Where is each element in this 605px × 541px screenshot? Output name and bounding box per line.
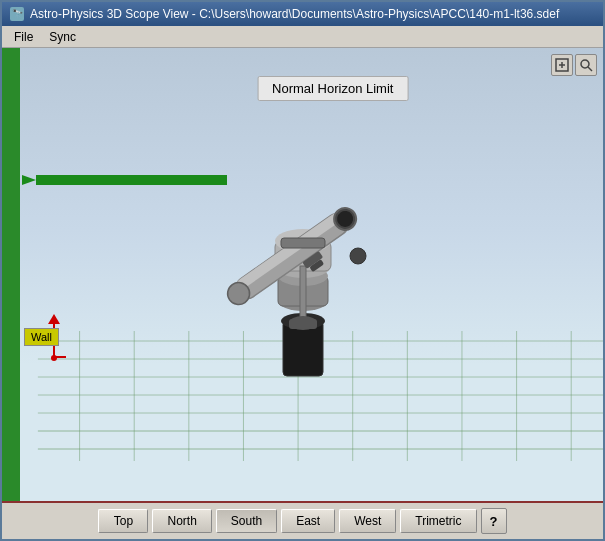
- main-window: 🔭 Astro-Physics 3D Scope View - C:\Users…: [0, 0, 605, 541]
- svg-line-47: [588, 67, 592, 71]
- zoom-icon[interactable]: [575, 54, 597, 76]
- horizon-label: Normal Horizon Limit: [257, 76, 408, 101]
- telescope-model: [203, 101, 403, 381]
- view-west-button[interactable]: West: [339, 509, 396, 533]
- svg-rect-12: [289, 319, 317, 329]
- svg-rect-10: [300, 266, 306, 321]
- svg-rect-20: [281, 238, 325, 248]
- svg-point-46: [581, 60, 589, 68]
- help-button[interactable]: ?: [481, 508, 507, 534]
- menu-file[interactable]: File: [6, 26, 41, 47]
- view-east-button[interactable]: East: [281, 509, 335, 533]
- zoom-fit-button[interactable]: [551, 54, 573, 76]
- main-area: Normal Horizon Limit: [2, 48, 603, 501]
- wall-label: Wall: [24, 328, 59, 346]
- window-title: Astro-Physics 3D Scope View - C:\Users\h…: [30, 7, 559, 21]
- menu-bar: File Sync: [2, 26, 603, 48]
- app-icon: 🔭: [10, 7, 24, 21]
- view-south-button[interactable]: South: [216, 509, 277, 533]
- title-bar: 🔭 Astro-Physics 3D Scope View - C:\Users…: [2, 2, 603, 26]
- bottom-toolbar: Top North South East West Trimetric ?: [2, 501, 603, 539]
- svg-marker-40: [48, 314, 60, 324]
- view-top-button[interactable]: Top: [98, 509, 148, 533]
- green-arrow: [22, 163, 222, 193]
- top-right-icons: [551, 54, 597, 76]
- view-trimetric-button[interactable]: Trimetric: [400, 509, 476, 533]
- viewport-3d: Normal Horizon Limit: [2, 48, 603, 501]
- svg-point-21: [350, 248, 366, 264]
- horizon-limit-bar: [2, 48, 20, 501]
- view-north-button[interactable]: North: [152, 509, 211, 533]
- menu-sync[interactable]: Sync: [41, 26, 84, 47]
